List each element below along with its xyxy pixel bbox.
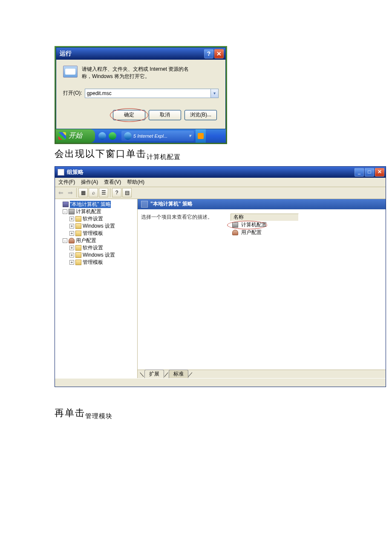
run-prompt: 请键入程序、文件夹、文档或 Internet 资源的名 称，Windows 将为… bbox=[82, 66, 189, 80]
tree-user-config[interactable]: - 用户配置 bbox=[55, 237, 137, 244]
tree-win-1[interactable]: + Windows 设置 bbox=[55, 223, 137, 230]
status-bar bbox=[55, 378, 386, 387]
toolbar-icon-5[interactable]: ▤ bbox=[122, 188, 132, 197]
folder-icon bbox=[75, 252, 81, 258]
tab-extended[interactable]: 扩展 bbox=[144, 370, 164, 378]
column-name[interactable]: 名称 bbox=[231, 214, 299, 221]
tray[interactable] bbox=[196, 129, 206, 143]
tree-win-2[interactable]: + Windows 设置 bbox=[55, 251, 137, 259]
tray-icon bbox=[198, 133, 204, 139]
quicklaunch bbox=[95, 129, 120, 143]
start-label: 开始 bbox=[69, 131, 82, 140]
toolbar: ⇐ ⇒ ▦ ⌕ ☰ ? ▤ bbox=[55, 187, 386, 199]
menu-action[interactable]: 操作(A) bbox=[81, 179, 98, 186]
gpedit-app-icon bbox=[58, 169, 64, 176]
help-button[interactable]: ? bbox=[204, 49, 213, 58]
toolbar-icon-2[interactable]: ⌕ bbox=[89, 188, 98, 197]
tree-soft-2[interactable]: + 软件设置 bbox=[55, 244, 137, 251]
computer-icon bbox=[69, 209, 75, 214]
close-button[interactable]: ✕ bbox=[214, 49, 224, 58]
menu-help[interactable]: 帮助(H) bbox=[127, 179, 144, 186]
run-dialog-desktop-slice: 运行 ? ✕ 请键入程序、文件夹、文档或 Internet 资源的名 称，Win… bbox=[55, 46, 227, 144]
content-heading: "本地计算机" 策略 bbox=[138, 199, 386, 209]
taskbar-task-ie[interactable]: 5 Internet Expl... ▾ bbox=[121, 131, 194, 141]
desktop-icon[interactable] bbox=[109, 132, 116, 140]
bottom-tabs: ＼ 扩展 ＼ 标准 ／ bbox=[138, 370, 386, 378]
toolbar-icon-1[interactable]: ▦ bbox=[78, 188, 88, 197]
list-item-computer-config[interactable]: 计算机配置 bbox=[231, 221, 382, 229]
folder-icon bbox=[75, 245, 81, 251]
gpedit-window: 组策略 _ □ ✕ 文件(F) 操作(A) 查看(V) 帮助(H) ⇐ ⇒ ▦ … bbox=[55, 166, 386, 387]
ie-icon[interactable] bbox=[98, 132, 106, 140]
policy-icon bbox=[63, 202, 69, 207]
folder-icon bbox=[75, 223, 81, 229]
cancel-button[interactable]: 取消 bbox=[149, 110, 181, 120]
gpedit-title-text: 组策略 bbox=[67, 168, 84, 176]
description-text: 选择一个项目来查看它的描述。 bbox=[141, 214, 222, 365]
menu-bar[interactable]: 文件(F) 操作(A) 查看(V) 帮助(H) bbox=[55, 178, 386, 187]
tree-root[interactable]: "本地计算机" 策略 bbox=[55, 201, 137, 208]
menu-view[interactable]: 查看(V) bbox=[104, 179, 121, 186]
run-icon bbox=[63, 66, 78, 78]
maximize-button[interactable]: □ bbox=[365, 168, 374, 176]
tree-computer-config[interactable]: - 计算机配置 bbox=[55, 208, 137, 215]
policy-heading-icon bbox=[141, 201, 148, 208]
content-pane: "本地计算机" 策略 选择一个项目来查看它的描述。 名称 计算机配置 用户配置 bbox=[138, 199, 386, 378]
folder-icon bbox=[75, 216, 81, 222]
run-titlebar[interactable]: 运行 ? ✕ bbox=[56, 48, 225, 60]
tree-admin-2[interactable]: + 管理模板 bbox=[55, 259, 137, 266]
menu-file[interactable]: 文件(F) bbox=[58, 179, 75, 186]
taskbar: 开始 5 Internet Expl... ▾ bbox=[56, 129, 226, 143]
doc-line-2: 再单击管理模块 bbox=[55, 407, 337, 420]
tree-pane[interactable]: "本地计算机" 策略 - 计算机配置 + 软件设置 + Windows 设置 +… bbox=[55, 199, 138, 378]
nav-fwd-icon[interactable]: ⇒ bbox=[66, 189, 75, 196]
user-icon bbox=[69, 238, 75, 243]
start-button[interactable]: 开始 bbox=[56, 129, 95, 143]
minimize-button[interactable]: _ bbox=[355, 168, 364, 176]
close-button[interactable]: ✕ bbox=[375, 168, 384, 176]
run-dialog: 运行 ? ✕ 请键入程序、文件夹、文档或 Internet 资源的名 称，Win… bbox=[56, 47, 226, 129]
open-label: 打开(O): bbox=[63, 90, 82, 97]
tree-admin-1[interactable]: + 管理模板 bbox=[55, 230, 137, 237]
open-dropdown-button[interactable]: ▾ bbox=[211, 89, 219, 98]
user-icon bbox=[232, 230, 238, 235]
folder-icon bbox=[75, 231, 81, 236]
tab-standard[interactable]: 标准 bbox=[169, 370, 188, 378]
ie-small-icon bbox=[124, 132, 132, 140]
tree-soft-1[interactable]: + 软件设置 bbox=[55, 215, 137, 223]
windows-logo-icon bbox=[58, 132, 66, 140]
browse-button[interactable]: 浏览(B)... bbox=[184, 110, 217, 120]
toolbar-icon-3[interactable]: ☰ bbox=[99, 188, 108, 197]
item-list[interactable]: 名称 计算机配置 用户配置 bbox=[231, 214, 382, 365]
nav-back-icon[interactable]: ⇐ bbox=[57, 189, 65, 196]
ok-button[interactable]: 确定 bbox=[113, 110, 145, 120]
open-input[interactable] bbox=[85, 89, 211, 98]
doc-line-1: 会出现以下窗口单击计算机配置 bbox=[55, 147, 337, 161]
gpedit-titlebar[interactable]: 组策略 _ □ ✕ bbox=[55, 167, 386, 178]
folder-icon bbox=[75, 260, 81, 265]
list-item-user-config[interactable]: 用户配置 bbox=[231, 229, 382, 237]
toolbar-icon-4[interactable]: ? bbox=[112, 188, 121, 197]
computer-icon bbox=[232, 222, 238, 228]
run-title-text: 运行 bbox=[60, 50, 72, 58]
